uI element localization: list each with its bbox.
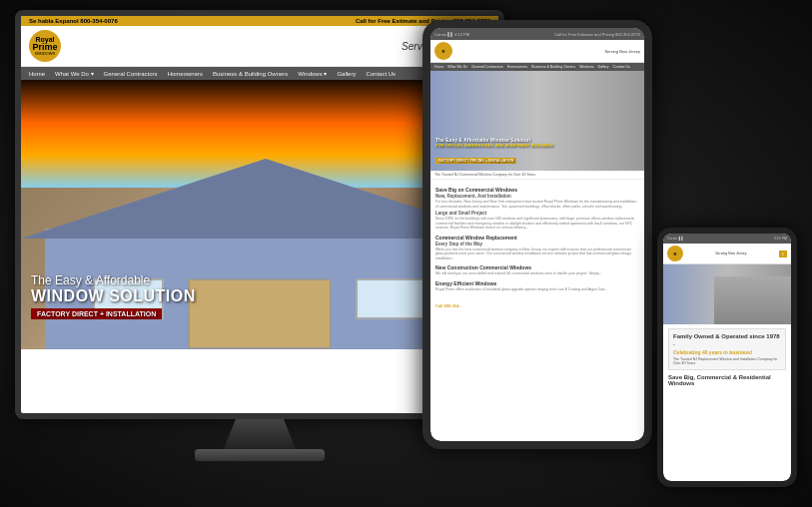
phone-device: Carrier ▌▌ 3:55 PM R Serving New Jersey …	[657, 228, 797, 487]
tablet-nav-windows[interactable]: Windows	[579, 65, 593, 69]
phone-hero	[663, 264, 791, 324]
tablet-hero-line2: FOR OFFICES, WAREHOUSES, AND APARTMENT B…	[435, 143, 553, 148]
tablet-content: Save Big on Commercial Windows New, Repl…	[430, 180, 644, 314]
tablet-section2-title: Commercial Window Replacement	[435, 235, 639, 241]
tablet-device: Carrier ▌▌ 4:12 PM Call for Free Estimat…	[422, 20, 652, 449]
nav-home[interactable]: Home	[29, 71, 45, 77]
tablet-section1-sub: New, Replacement, And Installation	[435, 194, 639, 199]
tablet-hero-badge: FACTORY DIRECT PRICING + INSTALLATION	[435, 158, 516, 164]
hero-overlay: The Easy & Affordable WINDOW SOLUTION FA…	[31, 273, 196, 319]
desktop-logo: Royal Prime WINDOWS	[29, 30, 61, 62]
monitor-base	[195, 449, 325, 461]
tablet-section4-text: Royal Prime offers a selection of insula…	[435, 287, 639, 292]
phone-carrier: Carrier ▌▌	[667, 237, 684, 241]
house-window-right	[356, 278, 427, 319]
desktop-espanol: Se habla Espanol 800-354-0076	[29, 18, 118, 24]
tablet-serving: Serving New Jersey	[604, 49, 640, 54]
tablet-section4-title: Energy Efficient Windows	[435, 280, 639, 286]
phone-since: Celebrating 40 years in business!	[673, 349, 781, 355]
phone-save: Save Big, Commercial & Residential Windo…	[668, 374, 786, 386]
tablet-section3-title: New Construction Commercial Windows	[435, 264, 639, 270]
tablet-nav-contact[interactable]: Contact Us	[613, 65, 630, 69]
tablet-hero-text: The Easy & Affordable Window Solution FO…	[435, 137, 553, 166]
logo-windows: WINDOWS	[35, 52, 55, 56]
phone-content: Family Owned & Operated since 1978 · Cel…	[663, 324, 791, 390]
tablet-carrier: Carrier ▌▌ 4:12 PM	[434, 32, 469, 37]
logo-circle: Royal Prime WINDOWS	[29, 30, 61, 62]
tablet-nav-what[interactable]: What We Do	[447, 65, 467, 69]
tablet-cta[interactable]: Call 800-354...	[435, 303, 461, 308]
nav-homeowners[interactable]: Homeowners	[168, 71, 203, 77]
tablet-section2-sub: Every Step of the Way	[435, 242, 639, 247]
phone-family-title: Family Owned & Operated since 1978 ·	[673, 333, 781, 349]
tablet-nav-gallery[interactable]: Gallery	[597, 65, 608, 69]
monitor-stand	[220, 419, 300, 449]
scene: Se habla Espanol 800-354-0076 Call for F…	[0, 0, 812, 507]
tablet-section3-text: We will send you our most skilled and tr…	[435, 271, 639, 276]
tablet-section1-text2: Since 1978, for the buildings with over …	[435, 217, 639, 231]
tablet-call: Call for Free Estimate and Pricing 800-3…	[554, 32, 640, 37]
phone-family-badge: Family Owned & Operated since 1978 · Cel…	[668, 328, 786, 370]
tablet-section1-title: Save Big on Commercial Windows	[435, 187, 639, 193]
hero-line2: WINDOW SOLUTION	[31, 287, 196, 305]
house-garage	[188, 278, 331, 349]
phone-header: R Serving New Jersey ≡	[663, 244, 791, 264]
phone-hero-building	[714, 276, 791, 324]
phone-logo: R	[667, 246, 683, 261]
tablet-nav-business[interactable]: Business & Building Owners	[531, 65, 575, 69]
tablet-section2-text: When you hire the best commercial window…	[435, 248, 639, 261]
phone-status-bar: Carrier ▌▌ 3:55 PM	[663, 234, 791, 244]
tablet-screen: Carrier ▌▌ 4:12 PM Call for Free Estimat…	[430, 28, 644, 441]
tablet-nav-homeowners[interactable]: Homeowners	[507, 65, 528, 69]
nav-what-we-do[interactable]: What We Do ▾	[55, 70, 94, 77]
tablet-trusted: The Trusted NJ Commercial Window Company…	[430, 171, 644, 180]
tablet-nav-gc[interactable]: General Contractors	[471, 65, 503, 69]
nav-contact-us[interactable]: Contact Us	[366, 71, 396, 77]
phone-trusted: The Trusted NJ Replacement Window and In…	[673, 357, 781, 365]
phone-screen: Carrier ▌▌ 3:55 PM R Serving New Jersey …	[663, 234, 791, 481]
tablet-section1-text: For four decades, New Jersey and New Yor…	[435, 200, 639, 209]
phone-time: 3:55 PM	[774, 237, 787, 241]
tablet-hero: The Easy & Affordable Window Solution FO…	[430, 71, 644, 171]
tablet-logo: R	[434, 42, 452, 60]
tablet-nav: Home What We Do General Contractors Home…	[430, 63, 644, 71]
phone-serving: Serving New Jersey	[715, 252, 746, 255]
nav-windows[interactable]: Windows ▾	[298, 70, 327, 77]
tablet-section1-sub2: Large and Small Project	[435, 211, 639, 216]
tablet-nav-home[interactable]: Home	[434, 65, 443, 69]
tablet-status-bar: Carrier ▌▌ 4:12 PM Call for Free Estimat…	[430, 28, 644, 40]
nav-business[interactable]: Business & Building Owners	[213, 71, 288, 77]
nav-general-contractors[interactable]: General Contractors	[104, 71, 158, 77]
tablet-header: R Serving New Jersey	[430, 40, 644, 63]
hero-line1: The Easy & Affordable	[31, 273, 196, 287]
nav-gallery[interactable]: Gallery	[337, 71, 356, 77]
phone-menu-button[interactable]: ≡	[779, 251, 787, 257]
hero-badge: FACTORY DIRECT + INSTALLATION	[31, 308, 162, 319]
